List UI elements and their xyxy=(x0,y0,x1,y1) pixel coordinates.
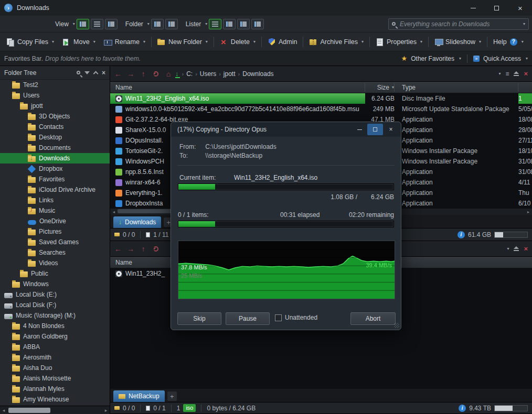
view-mode-list-button[interactable] xyxy=(91,19,103,29)
everything-search-box[interactable]: ▾ xyxy=(388,18,529,30)
tree-item[interactable]: 3D Objects xyxy=(0,111,110,122)
toolbar-button[interactable]: Help ▾ xyxy=(489,35,528,49)
pane-close-icon[interactable]: × xyxy=(524,70,528,78)
tree-item[interactable]: Downloads xyxy=(0,153,110,164)
abort-button[interactable]: Abort xyxy=(350,312,396,325)
view-menu[interactable]: View xyxy=(54,20,70,28)
toolbar-button[interactable]: Rename ▾ xyxy=(100,35,150,49)
scroll-left-arrow[interactable]: ◂ xyxy=(0,408,7,413)
tree-item[interactable]: Local Disk (E:) xyxy=(0,289,110,300)
refresh-button[interactable] xyxy=(150,68,162,80)
dialog-minimize-button[interactable] xyxy=(352,124,367,135)
tree-item[interactable]: Alannah Myles xyxy=(0,384,110,394)
tree-item[interactable]: Windows xyxy=(0,279,110,289)
tree-item[interactable]: Dropbox xyxy=(0,164,110,174)
lister-layout-3-button[interactable] xyxy=(237,19,250,29)
tree-item[interactable]: Aerosmith xyxy=(0,352,110,363)
tree-item[interactable]: Public xyxy=(0,268,110,279)
dialog-close-button[interactable]: × xyxy=(383,124,399,135)
tree-item[interactable]: jpott xyxy=(0,101,110,111)
column-size[interactable]: Size▾ xyxy=(365,83,395,92)
quick-access-button[interactable]: Quick Access xyxy=(483,55,521,62)
breadcrumb-segment[interactable]: C: xyxy=(184,70,195,78)
search-input[interactable] xyxy=(399,20,519,28)
chevron-down-icon[interactable]: ▾ xyxy=(523,21,525,26)
minimize-button[interactable] xyxy=(461,0,485,16)
file-name-cell[interactable]: Win11_23H2_English_x64.iso xyxy=(110,93,365,104)
tree-item[interactable]: ABBA xyxy=(0,342,110,352)
folder-menu[interactable]: Folder xyxy=(124,20,145,28)
breadcrumb-segment[interactable]: Users xyxy=(197,70,219,78)
column-type[interactable]: Type xyxy=(402,83,518,92)
resize-grip[interactable] xyxy=(394,323,399,328)
lister-layout-1-button[interactable] xyxy=(209,19,221,29)
toolbar-button[interactable]: Admin xyxy=(263,35,301,49)
tree-item[interactable]: Videos xyxy=(0,258,110,268)
view-mode-details-button[interactable] xyxy=(77,19,89,29)
scroll-right-arrow[interactable]: ▸ xyxy=(525,210,532,214)
folder-option-1-button[interactable] xyxy=(151,19,164,29)
up-button[interactable]: ↑ xyxy=(137,68,149,80)
lister-layout-2-button[interactable] xyxy=(223,19,236,29)
back-button[interactable]: ← xyxy=(112,68,124,80)
toolbar-button[interactable]: Slideshow ▾ xyxy=(430,35,485,49)
home-button[interactable]: ⌂ xyxy=(163,68,174,80)
up-button[interactable]: ↑ xyxy=(137,243,149,255)
unattended-option[interactable]: Unattended xyxy=(275,314,317,321)
toolbar-button[interactable]: Delete ▾ xyxy=(216,35,260,49)
eject-icon[interactable] xyxy=(514,246,519,252)
forward-button[interactable]: → xyxy=(125,68,136,80)
tree-item[interactable]: Favorites xyxy=(0,174,110,184)
tree-item[interactable]: Alanis Morissette xyxy=(0,373,110,384)
folder-option-2-button[interactable] xyxy=(165,19,178,29)
tree-item[interactable]: Amy Winehouse xyxy=(0,394,110,405)
tree-search-icon[interactable] xyxy=(77,71,80,74)
scroll-right-arrow[interactable]: ▸ xyxy=(102,408,110,413)
file-row[interactable]: Win11_23H2_English_x64.iso 6.24 GB Disc … xyxy=(110,93,532,104)
info-icon[interactable]: i xyxy=(457,231,465,238)
tree-item[interactable]: Test2 xyxy=(0,80,110,90)
tree-close-icon[interactable]: × xyxy=(102,69,105,77)
toolbar-button[interactable]: Copy Files ▾ xyxy=(2,35,58,49)
path-dropdown-caret[interactable]: ▾ xyxy=(498,71,501,76)
back-button[interactable]: ← xyxy=(112,243,124,255)
lister-layout-4-button[interactable] xyxy=(251,19,264,29)
other-favorites-button[interactable]: Other Favorites xyxy=(411,55,454,62)
tab-downloads[interactable]: ↓ Downloads xyxy=(113,216,161,228)
file-row[interactable]: windows10.0-kb5012592-x64_ea2cbcc90d772b… xyxy=(110,104,532,114)
tree-item[interactable]: Aisha Duo xyxy=(0,363,110,373)
toolbar-button[interactable]: New Folder ▾ xyxy=(153,35,212,49)
new-tab-button[interactable]: + xyxy=(167,391,177,401)
breadcrumb-segment[interactable]: jpott xyxy=(221,70,238,78)
path-dropdown-caret[interactable]: ▾ xyxy=(507,246,509,251)
tree-collapse-icon[interactable] xyxy=(93,71,99,76)
pane-close-icon[interactable]: × xyxy=(524,245,528,253)
breadcrumb-segment[interactable]: Downloads xyxy=(240,70,276,78)
file-name-cell[interactable]: windows10.0-kb5012592-x64_ea2cbcc90d772b… xyxy=(110,104,365,114)
tree-filter-icon[interactable] xyxy=(84,71,90,74)
dialog-title-bar[interactable]: (17%) Copying - Directory Opus × xyxy=(171,122,401,137)
tree-item[interactable]: Music xyxy=(0,205,110,216)
tree-item[interactable]: OneDrive xyxy=(0,216,110,226)
skip-button[interactable]: Skip xyxy=(177,312,221,325)
scroll-left-arrow[interactable]: ◂ xyxy=(110,210,118,214)
lister-menu[interactable]: Lister xyxy=(184,20,203,28)
toolbar-button[interactable]: Properties ▾ xyxy=(371,35,427,49)
toolbar-button[interactable]: Move ▾ xyxy=(58,35,100,49)
tree-item[interactable]: Contacts xyxy=(0,122,110,132)
scrollbar-thumb[interactable] xyxy=(8,408,50,413)
tree-item[interactable]: 4 Non Blondes xyxy=(0,321,110,331)
view-mode-thumbs-button[interactable] xyxy=(105,19,118,29)
column-name[interactable]: Name xyxy=(110,83,365,92)
tree-item[interactable]: Users xyxy=(0,90,110,101)
tree-item[interactable]: Documents xyxy=(0,143,110,153)
refresh-button[interactable] xyxy=(150,243,162,255)
eject-icon[interactable] xyxy=(514,71,519,77)
tab-netbackup[interactable]: NetBackup xyxy=(113,390,165,402)
toolbar-button[interactable]: Archive Files ▾ xyxy=(305,35,368,49)
dialog-maximize-button[interactable] xyxy=(367,124,383,135)
pause-button[interactable]: Pause xyxy=(226,312,270,325)
maximize-button[interactable] xyxy=(485,0,508,16)
tree-item[interactable]: Searches xyxy=(0,247,110,258)
tree-item[interactable]: Desktop xyxy=(0,132,110,143)
